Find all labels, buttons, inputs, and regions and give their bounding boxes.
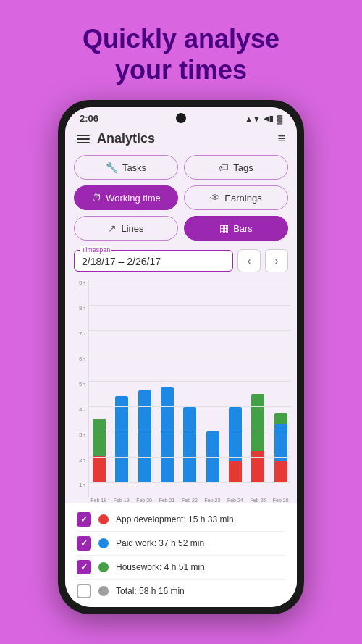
x-label-feb26: Feb 26 bbox=[271, 498, 291, 503]
camera-notch bbox=[176, 113, 186, 123]
x-label-feb24: Feb 24 bbox=[225, 498, 245, 503]
bar-stack-feb25 bbox=[251, 394, 264, 483]
checkbox-housework[interactable]: ✓ bbox=[77, 560, 91, 574]
header-line1: Quickly analyse bbox=[83, 24, 279, 54]
bar-stack-feb18 bbox=[93, 419, 106, 483]
tab-earnings[interactable]: 👁 Earnings bbox=[184, 185, 288, 210]
battery-icon: ▓ bbox=[277, 114, 282, 123]
filter-button[interactable]: ≡ bbox=[277, 131, 285, 146]
legend-label-paid-work: Paid work: 37 h 52 min bbox=[116, 538, 204, 548]
bar-green-feb25 bbox=[251, 394, 264, 451]
bar-feb22 bbox=[180, 280, 200, 498]
chart-bars-area: Feb 18 Feb 19 Feb 20 Feb 21 Feb 22 Feb 2… bbox=[88, 280, 291, 503]
phone-device: 2:06 ▲▼ ◀▮ ▓ Analytics ≡ 🔧 Tasks bbox=[58, 100, 304, 614]
bar-green-feb26 bbox=[274, 413, 287, 424]
legend-item-paid-work: ✓ Paid work: 37 h 52 min bbox=[77, 532, 285, 556]
status-icons: ▲▼ ◀▮ ▓ bbox=[245, 114, 282, 123]
tag-icon: 🏷 bbox=[219, 162, 229, 173]
bar-feb21 bbox=[157, 280, 177, 498]
y-label-3h: 3h bbox=[71, 432, 85, 438]
eye-icon: 👁 bbox=[210, 192, 220, 204]
checkmark-app-dev: ✓ bbox=[80, 514, 88, 524]
tab-row-3: ↗ Lines ▦ Bars bbox=[74, 216, 288, 241]
bar-blue-feb20 bbox=[138, 390, 151, 483]
legend-item-app-dev: ✓ App development: 15 h 33 min bbox=[77, 508, 285, 532]
x-label-feb21: Feb 21 bbox=[156, 498, 177, 503]
x-labels: Feb 18 Feb 19 Feb 20 Feb 21 Feb 22 Feb 2… bbox=[88, 498, 291, 503]
tab-lines[interactable]: ↗ Lines bbox=[74, 216, 178, 241]
legend-label-app-dev: App development: 15 h 33 min bbox=[116, 514, 234, 524]
tab-tasks-label: Tasks bbox=[122, 162, 146, 173]
bar-stack-feb22 bbox=[183, 407, 196, 483]
checkbox-total[interactable]: ✓ bbox=[77, 584, 91, 598]
bar-feb26 bbox=[271, 280, 291, 498]
header-section: Quickly analyse your times bbox=[68, 0, 294, 100]
bar-red-feb24 bbox=[229, 461, 242, 483]
legend-item-total: ✓ Total: 58 h 16 min bbox=[77, 580, 285, 603]
chart-area: 1h 2h 3h 4h 5h 6h 7h 8h 9h bbox=[65, 277, 297, 503]
dot-paid-work bbox=[98, 538, 109, 548]
timespan-input[interactable]: Timespan 2/18/17 – 2/26/17 bbox=[74, 250, 233, 272]
bar-green-feb18 bbox=[93, 419, 106, 456]
bar-stack-feb20 bbox=[138, 390, 151, 483]
timespan-value: 2/18/17 – 2/26/17 bbox=[82, 256, 161, 267]
tab-tags-label: Tags bbox=[233, 162, 253, 173]
checkbox-paid-work[interactable]: ✓ bbox=[77, 536, 91, 551]
prev-arrow[interactable]: ‹ bbox=[237, 249, 261, 272]
bar-blue-feb22 bbox=[183, 407, 196, 483]
x-label-feb23: Feb 23 bbox=[202, 498, 222, 503]
bar-feb20 bbox=[135, 280, 155, 498]
bar-feb25 bbox=[248, 280, 268, 498]
y-label-9h: 9h bbox=[71, 280, 85, 286]
bars-row bbox=[88, 280, 291, 498]
bar-blue-feb19 bbox=[115, 396, 128, 483]
x-label-feb19: Feb 19 bbox=[111, 498, 131, 503]
bar-feb19 bbox=[111, 280, 132, 498]
legend-section: ✓ App development: 15 h 33 min ✓ Paid wo… bbox=[65, 503, 297, 607]
menu-button[interactable] bbox=[77, 135, 90, 143]
bar-blue-feb23 bbox=[206, 431, 219, 483]
legend-item-housework: ✓ Housework: 4 h 51 min bbox=[77, 556, 285, 580]
timespan-label: Timespan bbox=[80, 246, 111, 254]
bar-blue-feb24 bbox=[229, 407, 242, 461]
y-label-2h: 2h bbox=[71, 457, 85, 464]
legend-label-total: Total: 58 h 16 min bbox=[116, 586, 185, 596]
next-arrow[interactable]: › bbox=[265, 249, 288, 272]
tab-tasks[interactable]: 🔧 Tasks bbox=[74, 155, 178, 180]
timespan-section: Timespan 2/18/17 – 2/26/17 ‹ › bbox=[65, 246, 297, 277]
tab-working-time[interactable]: ⏱ Working time bbox=[74, 185, 178, 210]
tab-tags[interactable]: 🏷 Tags bbox=[184, 155, 288, 180]
phone-screen: 2:06 ▲▼ ◀▮ ▓ Analytics ≡ 🔧 Tasks bbox=[65, 107, 297, 607]
top-bar-left: Analytics bbox=[77, 131, 155, 146]
checkmark-paid-work: ✓ bbox=[80, 538, 88, 548]
dot-housework bbox=[98, 562, 109, 572]
bar-stack-feb24 bbox=[229, 407, 242, 483]
y-label-7h: 7h bbox=[71, 330, 85, 337]
bar-feb18 bbox=[89, 280, 109, 498]
legend-label-housework: Housework: 4 h 51 min bbox=[116, 562, 205, 572]
y-label-8h: 8h bbox=[71, 305, 85, 311]
clock-icon: ⏱ bbox=[91, 192, 101, 204]
status-time: 2:06 bbox=[80, 113, 98, 124]
timespan-container: Timespan 2/18/17 – 2/26/17 ‹ › bbox=[74, 249, 288, 272]
checkbox-app-dev[interactable]: ✓ bbox=[77, 512, 91, 527]
dot-app-dev bbox=[98, 514, 109, 524]
tab-working-time-label: Working time bbox=[106, 193, 161, 204]
dot-total bbox=[98, 586, 109, 596]
lines-icon: ↗ bbox=[108, 222, 117, 234]
tab-row-1: 🔧 Tasks 🏷 Tags bbox=[74, 155, 288, 180]
bar-red-feb18 bbox=[93, 456, 106, 483]
tab-bars[interactable]: ▦ Bars bbox=[184, 216, 288, 241]
bar-blue-feb26 bbox=[274, 424, 287, 461]
tab-earnings-label: Earnings bbox=[224, 193, 261, 204]
checkmark-housework: ✓ bbox=[80, 562, 88, 572]
bar-stack-feb26 bbox=[274, 413, 287, 483]
tab-section: 🔧 Tasks 🏷 Tags ⏱ Working time 👁 Earnings bbox=[65, 152, 297, 246]
app-title: Analytics bbox=[97, 131, 155, 146]
x-label-feb20: Feb 20 bbox=[134, 498, 154, 503]
bar-stack-feb19 bbox=[115, 396, 128, 483]
x-label-feb25: Feb 25 bbox=[248, 498, 268, 503]
bar-stack-feb21 bbox=[161, 387, 174, 483]
signal-icon: ◀▮ bbox=[264, 114, 274, 123]
wifi-icon: ▲▼ bbox=[245, 114, 261, 123]
